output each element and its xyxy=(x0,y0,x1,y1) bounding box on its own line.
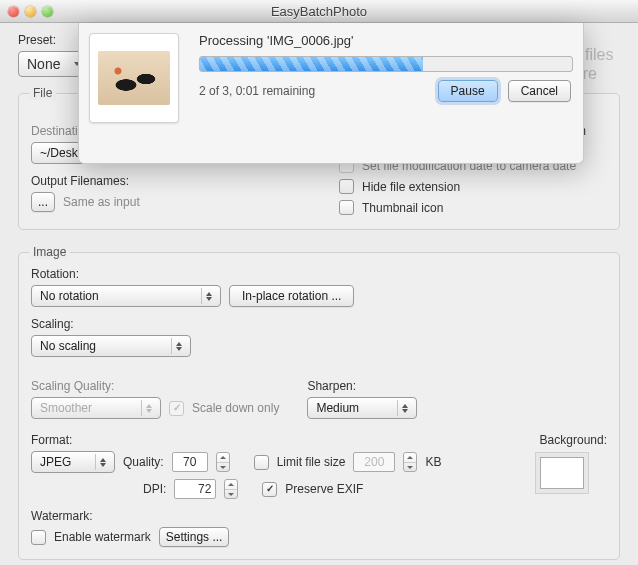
hide-ext-checkbox[interactable] xyxy=(339,179,354,194)
scaling-value: No scaling xyxy=(40,339,96,353)
window-title: EasyBatchPhoto xyxy=(0,4,638,19)
stepper-arrows-icon xyxy=(141,400,156,416)
progress-fill xyxy=(200,57,423,71)
file-legend: File xyxy=(29,86,56,100)
background-label: Background: xyxy=(540,433,607,447)
preview-thumbnail xyxy=(89,33,179,123)
scaling-quality-value: Smoother xyxy=(40,401,92,415)
background-swatch[interactable] xyxy=(540,457,584,489)
limit-filesize-unit: KB xyxy=(425,455,441,469)
cancel-button[interactable]: Cancel xyxy=(508,80,571,102)
watermark-label: Watermark: xyxy=(31,509,607,523)
enable-watermark-checkbox[interactable] xyxy=(31,530,46,545)
scaling-popup[interactable]: No scaling xyxy=(31,335,191,357)
format-value: JPEG xyxy=(40,455,71,469)
stepper-arrows-icon xyxy=(397,400,412,416)
dpi-stepper[interactable] xyxy=(224,479,238,499)
traffic-lights xyxy=(8,6,53,17)
rotation-value: No rotation xyxy=(40,289,99,303)
stepper-arrows-icon xyxy=(171,338,186,354)
thumb-label: Thumbnail icon xyxy=(362,201,443,215)
output-filenames-button[interactable]: ... xyxy=(31,192,55,212)
window: EasyBatchPhoto Preset: None drop files h… xyxy=(0,0,638,565)
preview-image xyxy=(98,51,170,105)
sharpen-label: Sharpen: xyxy=(307,379,417,393)
scaling-quality-popup: Smoother xyxy=(31,397,161,419)
preserve-exif-checkbox[interactable]: ✓ xyxy=(262,482,277,497)
rotation-label: Rotation: xyxy=(31,267,607,281)
progress-sheet: Processing 'IMG_0006.jpg' 2 of 3, 0:01 r… xyxy=(78,23,584,164)
progress-bar xyxy=(199,56,573,72)
progress-status: 2 of 3, 0:01 remaining xyxy=(199,84,315,98)
limit-filesize-checkbox[interactable] xyxy=(254,455,269,470)
pause-button[interactable]: Pause xyxy=(438,80,498,102)
scaling-label: Scaling: xyxy=(31,317,607,331)
quality-field[interactable]: 70 xyxy=(172,452,208,472)
stepper-arrows-icon xyxy=(95,454,110,470)
watermark-settings-button[interactable]: Settings ... xyxy=(159,527,230,547)
progress-heading: Processing 'IMG_0006.jpg' xyxy=(199,33,571,48)
preserve-exif-label: Preserve EXIF xyxy=(285,482,363,496)
limit-filesize-label: Limit file size xyxy=(277,455,346,469)
image-group: Image Rotation: No rotation In-place rot… xyxy=(18,252,620,560)
minimize-icon[interactable] xyxy=(25,6,36,17)
format-label: Format: xyxy=(31,433,510,447)
file-opt-thumb[interactable]: Thumbnail icon xyxy=(339,200,607,215)
dpi-field[interactable]: 72 xyxy=(174,479,216,499)
inplace-rotation-button[interactable]: In-place rotation ... xyxy=(229,285,354,307)
sharpen-value: Medium xyxy=(316,401,359,415)
limit-filesize-stepper xyxy=(403,452,417,472)
file-opt-hide-ext[interactable]: Hide file extension xyxy=(339,179,607,194)
scale-down-only-label: Scale down only xyxy=(192,401,279,415)
stepper-arrows-icon xyxy=(201,288,216,304)
dpi-label: DPI: xyxy=(143,482,166,496)
rotation-popup[interactable]: No rotation xyxy=(31,285,221,307)
close-icon[interactable] xyxy=(8,6,19,17)
enable-watermark-label: Enable watermark xyxy=(54,530,151,544)
thumb-checkbox[interactable] xyxy=(339,200,354,215)
quality-stepper[interactable] xyxy=(216,452,230,472)
preset-value: None xyxy=(19,56,68,72)
scaling-quality-label: Scaling Quality: xyxy=(31,379,279,393)
zoom-icon[interactable] xyxy=(42,6,53,17)
titlebar: EasyBatchPhoto xyxy=(0,0,638,23)
quality-label: Quality: xyxy=(123,455,164,469)
output-filenames-label: Output Filenames: xyxy=(31,174,331,188)
format-popup[interactable]: JPEG xyxy=(31,451,115,473)
output-filenames-value: Same as input xyxy=(63,195,140,209)
sharpen-popup[interactable]: Medium xyxy=(307,397,417,419)
limit-filesize-field: 200 xyxy=(353,452,395,472)
hide-ext-label: Hide file extension xyxy=(362,180,460,194)
image-legend: Image xyxy=(29,245,70,259)
scale-down-only-checkbox: ✓ xyxy=(169,401,184,416)
